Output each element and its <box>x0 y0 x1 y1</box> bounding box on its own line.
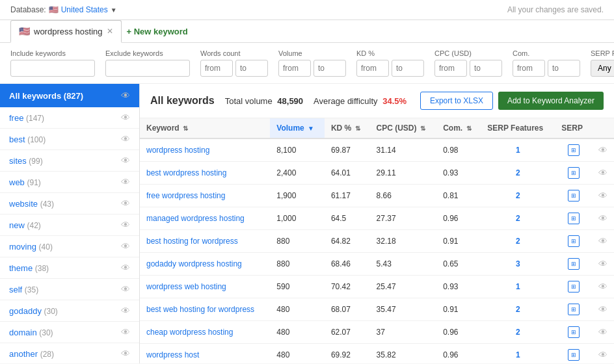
serp-view-icon[interactable]: ⊞ <box>568 144 580 156</box>
sidebar-eye-icon[interactable]: 👁 <box>121 284 130 294</box>
keyword-link[interactable]: godaddy wordpress hosting <box>146 259 242 268</box>
keyword-link[interactable]: managed wordpress hosting <box>146 214 245 223</box>
db-country-link[interactable]: United States <box>61 5 108 14</box>
col-keyword[interactable]: Keyword ⇅ <box>140 118 270 138</box>
exclude-keywords-input[interactable] <box>105 60 190 77</box>
cell-serp-icon[interactable]: ⊞ <box>555 230 592 253</box>
keyword-link[interactable]: free wordpress hosting <box>146 191 225 200</box>
kd-from-input[interactable] <box>356 60 389 77</box>
tab-close-icon[interactable]: ✕ <box>107 27 113 36</box>
sidebar-eye-icon[interactable]: 👁 <box>121 327 130 337</box>
row-eye-icon[interactable]: 👁 <box>598 259 607 269</box>
sidebar-item-domain[interactable]: domain (30) 👁 <box>0 322 139 343</box>
keyword-link[interactable]: wordpress hosting <box>146 146 209 155</box>
cell-serp-icon[interactable]: ⊞ <box>555 321 592 344</box>
sidebar-item-best[interactable]: best (100) 👁 <box>0 129 139 150</box>
row-eye-icon[interactable]: 👁 <box>598 145 607 155</box>
sidebar-item-new[interactable]: new (42) 👁 <box>0 214 139 236</box>
row-eye-icon[interactable]: 👁 <box>598 236 607 246</box>
serp-select[interactable]: Any <box>591 60 614 77</box>
sidebar-item-another[interactable]: another (28) 👁 <box>0 343 139 363</box>
export-xlsx-button[interactable]: Export to XLSX <box>420 92 493 110</box>
keyword-tab[interactable]: 🇺🇸 wordpress hosting ✕ <box>10 20 122 43</box>
cell-eye[interactable]: 👁 <box>592 344 614 364</box>
cell-eye[interactable]: 👁 <box>592 253 614 276</box>
sidebar-eye-icon[interactable]: 👁 <box>121 155 130 166</box>
sidebar-eye-icon[interactable]: 👁 <box>121 220 130 230</box>
sidebar-item-godaddy[interactable]: godaddy (30) 👁 <box>0 300 139 322</box>
words-from-input[interactable] <box>200 60 233 77</box>
cell-serp-icon[interactable]: ⊞ <box>555 162 592 185</box>
kd-to-input[interactable] <box>392 60 424 77</box>
row-eye-icon[interactable]: 👁 <box>598 304 607 315</box>
sidebar-eye-icon[interactable]: 👁 <box>121 198 130 209</box>
cell-eye[interactable]: 👁 <box>592 185 614 207</box>
serp-view-icon[interactable]: ⊞ <box>568 235 580 247</box>
serp-view-icon[interactable]: ⊞ <box>568 258 580 270</box>
serp-view-icon[interactable]: ⊞ <box>568 190 580 202</box>
keyword-link[interactable]: best hosting for wordpress <box>146 237 238 246</box>
col-volume[interactable]: Volume ▼ <box>270 118 325 138</box>
sidebar-eye-icon[interactable]: 👁 <box>121 348 130 359</box>
cell-eye[interactable]: 👁 <box>592 276 614 298</box>
row-eye-icon[interactable]: 👁 <box>598 190 607 201</box>
com-from-input[interactable] <box>513 60 545 77</box>
keyword-link[interactable]: wordpress web hosting <box>146 282 226 291</box>
com-to-input[interactable] <box>548 60 580 77</box>
col-kd[interactable]: KD % ⇅ <box>325 118 370 138</box>
serp-view-icon[interactable]: ⊞ <box>568 304 580 315</box>
cell-eye[interactable]: 👁 <box>592 162 614 185</box>
serp-view-icon[interactable]: ⊞ <box>568 326 580 338</box>
cell-eye[interactable]: 👁 <box>592 321 614 344</box>
cpc-to-input[interactable] <box>470 60 502 77</box>
sidebar-item-moving[interactable]: moving (40) 👁 <box>0 236 139 257</box>
row-eye-icon[interactable]: 👁 <box>598 168 607 178</box>
cell-serp-icon[interactable]: ⊞ <box>555 185 592 207</box>
sidebar-eye-icon[interactable]: 👁 <box>121 134 130 144</box>
cell-serp-icon[interactable]: ⊞ <box>555 276 592 298</box>
keyword-link[interactable]: wordpress host <box>146 350 199 359</box>
keyword-link[interactable]: cheap wordpress hosting <box>146 328 233 337</box>
cell-serp-icon[interactable]: ⊞ <box>555 138 592 162</box>
sidebar-item-sites[interactable]: sites (99) 👁 <box>0 150 139 172</box>
cell-eye[interactable]: 👁 <box>592 138 614 162</box>
cell-eye[interactable]: 👁 <box>592 207 614 230</box>
volume-from-input[interactable] <box>278 60 311 77</box>
cpc-from-input[interactable] <box>434 60 467 77</box>
sidebar-eye-icon[interactable]: 👁 <box>121 241 130 252</box>
sidebar-item-website[interactable]: website (43) 👁 <box>0 193 139 214</box>
col-com[interactable]: Com. ⇅ <box>436 118 481 138</box>
sidebar-all-keywords[interactable]: All keywords (827) 👁 <box>0 84 139 107</box>
sidebar-all-eye-icon[interactable]: 👁 <box>121 90 130 101</box>
sidebar-item-web[interactable]: web (91) 👁 <box>0 172 139 193</box>
row-eye-icon[interactable]: 👁 <box>598 350 607 360</box>
sidebar-item-free[interactable]: free (147) 👁 <box>0 107 139 129</box>
cell-serp-icon[interactable]: ⊞ <box>555 298 592 321</box>
row-eye-icon[interactable]: 👁 <box>598 213 607 224</box>
sidebar-eye-icon[interactable]: 👁 <box>121 112 130 123</box>
add-to-analyzer-button[interactable]: Add to Keyword Analyzer <box>498 92 604 110</box>
new-keyword-button[interactable]: + New keyword <box>127 27 188 36</box>
sidebar-eye-icon[interactable]: 👁 <box>121 306 130 316</box>
sidebar-eye-icon[interactable]: 👁 <box>121 177 130 187</box>
cell-eye[interactable]: 👁 <box>592 230 614 253</box>
sidebar-eye-icon[interactable]: 👁 <box>121 263 130 273</box>
include-keywords-input[interactable] <box>10 60 95 77</box>
col-cpc[interactable]: CPC (USD) ⇅ <box>370 118 437 138</box>
cell-serp-icon[interactable]: ⊞ <box>555 207 592 230</box>
serp-view-icon[interactable]: ⊞ <box>568 281 580 292</box>
sidebar-item-self[interactable]: self (35) 👁 <box>0 279 139 300</box>
cell-serp-icon[interactable]: ⊞ <box>555 344 592 364</box>
keyword-link[interactable]: best wordpress hosting <box>146 168 226 177</box>
volume-to-input[interactable] <box>314 60 346 77</box>
serp-view-icon[interactable]: ⊞ <box>568 167 580 179</box>
serp-view-icon[interactable]: ⊞ <box>568 213 580 224</box>
keyword-link[interactable]: best web hosting for wordpress <box>146 305 254 314</box>
row-eye-icon[interactable]: 👁 <box>598 281 607 292</box>
words-to-input[interactable] <box>235 60 268 77</box>
row-eye-icon[interactable]: 👁 <box>598 327 607 337</box>
sidebar-item-theme[interactable]: theme (38) 👁 <box>0 257 139 279</box>
cell-eye[interactable]: 👁 <box>592 298 614 321</box>
serp-view-icon[interactable]: ⊞ <box>568 349 580 361</box>
cell-serp-icon[interactable]: ⊞ <box>555 253 592 276</box>
